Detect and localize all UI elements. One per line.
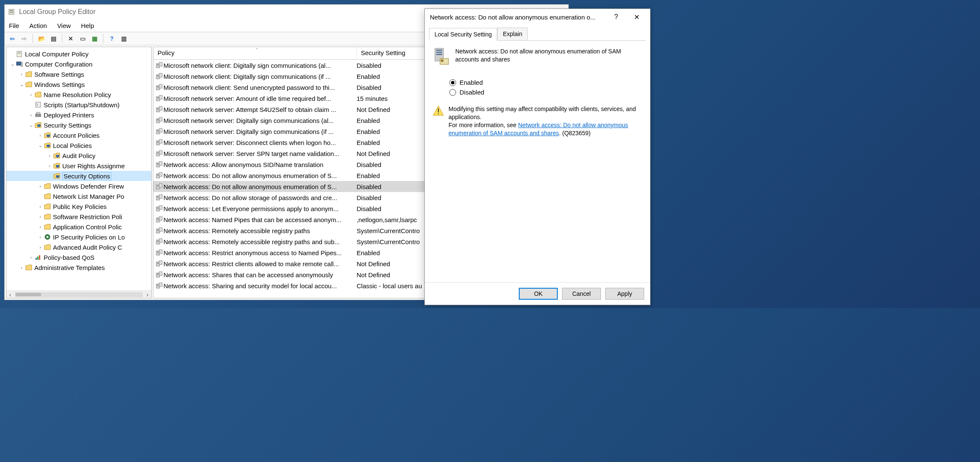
chevron-down-icon[interactable]: ⌄ — [18, 82, 25, 87]
radio-enabled[interactable]: Enabled — [449, 79, 642, 86]
tree-node-label: Computer Configuration — [25, 61, 92, 68]
tree-node[interactable]: ›Windows Defender Firew — [6, 181, 151, 191]
tree-node[interactable]: ›Deployed Printers — [6, 110, 151, 120]
svg-rect-36 — [159, 106, 162, 110]
chevron-right-icon[interactable]: › — [46, 153, 53, 158]
chevron-down-icon[interactable]: ⌄ — [28, 122, 34, 128]
chevron-down-icon[interactable]: ⌄ — [9, 61, 16, 67]
tree-node[interactable]: Security Options — [6, 171, 151, 181]
menu-action[interactable]: Action — [29, 22, 47, 29]
tree-node[interactable]: ›Audit Policy — [6, 150, 151, 161]
tree-node[interactable]: Local Computer Policy — [6, 49, 151, 59]
svg-rect-7 — [21, 63, 22, 67]
chevron-right-icon[interactable]: › — [37, 214, 44, 219]
folder-icon — [44, 223, 51, 230]
tree[interactable]: Local Computer Policy⌄Computer Configura… — [6, 47, 151, 290]
chevron-right-icon[interactable]: › — [37, 234, 44, 239]
chevron-right-icon[interactable]: › — [18, 265, 25, 270]
column-header-policy[interactable]: Policy ⌃ — [153, 47, 357, 59]
export-list-icon[interactable]: ▦ — [89, 33, 100, 44]
chevron-right-icon[interactable]: › — [37, 245, 44, 250]
apply-button[interactable]: Apply — [605, 288, 644, 300]
column-header-setting-label: Security Setting — [361, 49, 405, 56]
tree-node[interactable]: Scripts (Startup/Shutdown) — [6, 100, 151, 110]
warning-line1: Modifying this setting may affect compat… — [448, 106, 636, 120]
tree-node[interactable]: ›Software Settings — [6, 69, 151, 79]
cancel-button[interactable]: Cancel — [562, 288, 601, 300]
tree-node[interactable]: ⌄Windows Settings — [6, 79, 151, 89]
policy-name: Network access: Let Everyone permissions… — [163, 205, 357, 212]
policy-name: Network access: Do not allow anonymous e… — [163, 183, 357, 190]
tree-node[interactable]: Network List Manager Po — [6, 191, 151, 201]
radio-disabled[interactable]: Disabled — [449, 89, 642, 96]
tree-node[interactable]: ›Policy-based QoS — [6, 252, 151, 262]
help-icon[interactable]: ? — [608, 13, 625, 21]
properties-icon[interactable]: ▭ — [78, 33, 88, 44]
folder-icon — [25, 81, 33, 88]
ok-button[interactable]: OK — [519, 288, 558, 300]
help-icon[interactable]: ? — [107, 33, 117, 44]
chevron-right-icon[interactable]: › — [28, 112, 34, 117]
scroll-thumb[interactable] — [15, 292, 143, 297]
svg-rect-44 — [157, 142, 159, 142]
tree-node-label: Scripts (Startup/Shutdown) — [44, 101, 119, 109]
policy-item-icon — [155, 84, 163, 91]
chevron-down-icon[interactable]: ⌄ — [37, 143, 44, 148]
back-icon[interactable]: ⇦ — [7, 33, 17, 44]
tree-node[interactable]: ›Administrative Templates — [6, 262, 151, 273]
forward-icon[interactable]: ⇨ — [19, 33, 29, 44]
svg-rect-33 — [159, 95, 162, 99]
chevron-right-icon[interactable]: › — [37, 133, 44, 138]
tree-node-label: IP Security Policies on Lo — [53, 234, 125, 241]
tree-hscrollbar[interactable]: ‹ › — [6, 290, 151, 298]
show-hide-tree-icon[interactable]: ▤ — [48, 33, 58, 44]
svg-rect-45 — [159, 139, 162, 143]
tab-explain[interactable]: Explain — [497, 28, 528, 40]
tree-node-label: Account Policies — [53, 132, 100, 139]
chevron-right-icon[interactable]: › — [46, 163, 53, 168]
scroll-right-icon[interactable]: › — [144, 291, 151, 298]
chevron-right-icon[interactable]: › — [37, 184, 44, 189]
tree-node[interactable]: ⌄Security Settings — [6, 120, 151, 130]
menu-view[interactable]: View — [57, 22, 71, 29]
svg-rect-83 — [157, 285, 159, 286]
toolbar-separator — [62, 34, 62, 43]
tree-node[interactable]: ›Software Restriction Poli — [6, 212, 151, 222]
tree-node[interactable]: ›Advanced Audit Policy C — [6, 242, 151, 252]
menu-file[interactable]: File — [9, 22, 19, 29]
chevron-right-icon[interactable]: › — [18, 72, 25, 77]
scroll-left-icon[interactable]: ‹ — [6, 291, 14, 298]
policy-name: Microsoft network client: Send unencrypt… — [163, 84, 357, 91]
close-icon[interactable]: ✕ — [628, 13, 645, 21]
tree-node[interactable]: ›User Rights Assignme — [6, 161, 151, 171]
show-hide-action-pane-icon[interactable]: ▥ — [119, 33, 129, 44]
svg-rect-69 — [159, 228, 162, 231]
tree-node[interactable]: ›Application Control Polic — [6, 222, 151, 232]
tree-node[interactable]: ⌄Computer Configuration — [6, 59, 151, 69]
policy-item-icon — [155, 128, 163, 135]
chevron-right-icon[interactable]: › — [28, 92, 34, 97]
chevron-right-icon[interactable]: › — [37, 224, 44, 229]
tree-node[interactable]: ›Public Key Policies — [6, 201, 151, 212]
svg-rect-2 — [10, 12, 13, 13]
warning-text: Modifying this setting may affect compat… — [448, 105, 642, 137]
chevron-right-icon[interactable]: › — [37, 204, 44, 209]
up-folder-icon[interactable]: 📂 — [36, 33, 47, 44]
tree-node-label: Security Settings — [44, 122, 91, 129]
svg-rect-54 — [159, 173, 162, 176]
policy-item-icon — [155, 172, 163, 179]
svg-rect-87 — [436, 52, 442, 53]
menu-help[interactable]: Help — [81, 22, 94, 29]
chevron-right-icon[interactable]: › — [28, 255, 34, 260]
tab-local-security-setting[interactable]: Local Security Setting — [429, 28, 497, 41]
svg-rect-10 — [36, 112, 40, 114]
tree-node[interactable]: ›Name Resolution Policy — [6, 89, 151, 100]
tree-node[interactable]: ›Account Policies — [6, 130, 151, 140]
svg-rect-38 — [157, 120, 159, 120]
policy-name: Network access: Do not allow anonymous e… — [163, 172, 357, 179]
folder-icon — [44, 213, 51, 220]
tree-node[interactable]: ⌄Local Policies — [6, 140, 151, 150]
policy-name: Network access: Remotely accessible regi… — [163, 227, 357, 234]
delete-icon[interactable]: ✕ — [66, 33, 76, 44]
tree-node[interactable]: ›IP Security Policies on Lo — [6, 232, 151, 242]
